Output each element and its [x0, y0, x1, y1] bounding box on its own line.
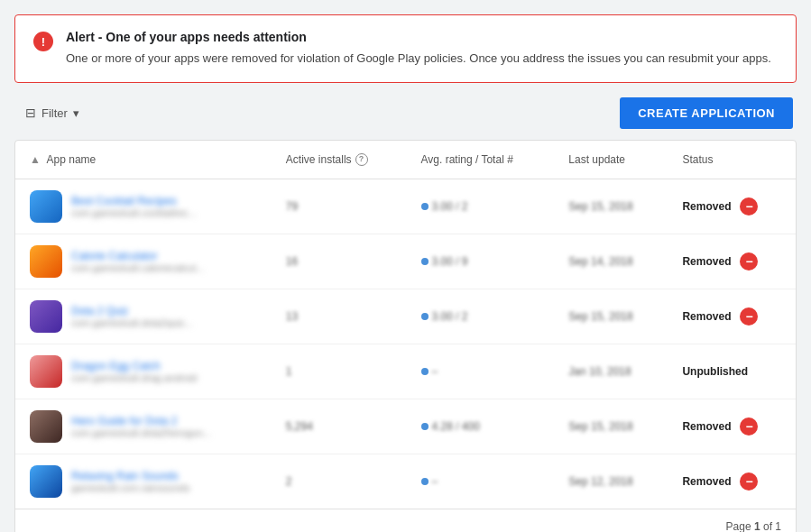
- app-cell-2[interactable]: Dota 2 Quiz com.gamestudi.dota2quiz...: [15, 289, 272, 344]
- status-cell: Removed−: [668, 234, 796, 289]
- alert-content: Alert - One of your apps needs attention…: [66, 30, 771, 68]
- date-cell: Sep 15, 2018: [554, 399, 668, 454]
- installs-value: 16: [286, 255, 298, 268]
- app-icon: [30, 465, 62, 498]
- app-icon: [30, 355, 62, 388]
- table-row: Hero Guide for Dota 2 com.gamestudi.dota…: [15, 399, 796, 454]
- status-label: Removed: [682, 420, 731, 433]
- help-icon[interactable]: ?: [355, 153, 368, 166]
- installs-cell: 16: [272, 234, 407, 289]
- app-pkg: com.gamestudi.caloriecalcul...: [71, 262, 204, 273]
- filter-button[interactable]: ⊟ Filter ▾: [18, 102, 87, 124]
- date-cell: Sep 14, 2018: [554, 234, 668, 289]
- installs-value: 5,294: [286, 420, 313, 433]
- status-label: Removed: [682, 475, 731, 488]
- app-cell-0[interactable]: Best Cocktail Recipes com.gamestudi.cock…: [15, 179, 272, 234]
- date-value: Sep 14, 2018: [568, 255, 632, 268]
- app-icon: [30, 245, 62, 278]
- installs-value: 1: [286, 365, 292, 378]
- alert-banner: ! Alert - One of your apps needs attenti…: [14, 14, 797, 83]
- rating-cell: 3.00 / 2: [407, 179, 555, 234]
- remove-icon[interactable]: −: [740, 417, 758, 436]
- date-value: Sep 12, 2018: [568, 475, 632, 488]
- date-cell: Sep 15, 2018: [554, 179, 668, 234]
- rating-dot: [421, 423, 429, 430]
- col-app-name: ▲ App name: [15, 141, 272, 179]
- date-value: Sep 15, 2018: [568, 200, 632, 213]
- col-active-installs: Active installs ?: [272, 141, 407, 179]
- status-cell: Removed−: [668, 289, 796, 344]
- date-cell: Jan 10, 2018: [554, 344, 668, 399]
- app-name[interactable]: Dota 2 Quiz: [71, 305, 193, 317]
- remove-icon[interactable]: −: [740, 307, 758, 326]
- installs-cell: 5,294: [272, 399, 407, 454]
- app-cell-4[interactable]: Hero Guide for Dota 2 com.gamestudi.dota…: [15, 399, 272, 454]
- table-row: Relaxing Rain Sounds gamestudi.com.rains…: [15, 454, 796, 509]
- app-icon: [30, 410, 62, 443]
- status-label: Removed: [682, 310, 731, 323]
- date-value: Jan 10, 2018: [568, 365, 631, 378]
- table-row: Dragon Egg Catch com.gamestudi.drag.andr…: [15, 344, 796, 399]
- date-value: Sep 15, 2018: [568, 420, 632, 433]
- remove-icon[interactable]: −: [740, 472, 758, 491]
- rating-cell: –: [407, 344, 555, 399]
- pagination: Page 1 of 1: [15, 509, 796, 533]
- apps-table-container: ▲ App name Active installs ? Avg. rating…: [14, 140, 797, 533]
- rating-value: 3.00 / 2: [432, 200, 468, 213]
- app-cell-5[interactable]: Relaxing Rain Sounds gamestudi.com.rains…: [15, 454, 272, 509]
- remove-icon[interactable]: −: [740, 252, 758, 271]
- status-cell: Removed−: [668, 399, 796, 454]
- status-label: Unpublished: [682, 365, 748, 378]
- app-pkg: com.gamestudi.drag.android: [71, 372, 197, 383]
- pagination-text: Page 1 of 1: [726, 520, 781, 533]
- alert-title: Alert - One of your apps needs attention: [66, 30, 771, 44]
- toolbar: ⊟ Filter ▾ CREATE APPLICATION: [14, 97, 797, 129]
- app-pkg: gamestudi.com.rainsounds: [71, 482, 189, 493]
- rating-cell: 3.00 / 9: [407, 234, 555, 289]
- create-application-button[interactable]: CREATE APPLICATION: [620, 97, 793, 129]
- status-cell: Removed−: [668, 454, 796, 509]
- app-name[interactable]: Relaxing Rain Sounds: [71, 470, 189, 482]
- rating-value: –: [432, 365, 438, 378]
- remove-icon[interactable]: −: [740, 197, 758, 216]
- app-pkg: com.gamestudi.cocktailrec...: [71, 207, 197, 218]
- rating-dot: [421, 478, 429, 485]
- app-cell-1[interactable]: Calorie Calculator com.gamestudi.calorie…: [15, 234, 272, 289]
- installs-cell: 79: [272, 179, 407, 234]
- app-name[interactable]: Calorie Calculator: [71, 250, 204, 262]
- app-name[interactable]: Best Cocktail Recipes: [71, 195, 197, 207]
- rating-dot: [421, 368, 429, 375]
- chevron-down-icon: ▾: [73, 106, 79, 120]
- rating-cell: 4.28 / 400: [407, 399, 555, 454]
- sort-icon: ▲: [30, 153, 41, 166]
- installs-value: 13: [286, 310, 298, 323]
- table-header-row: ▲ App name Active installs ? Avg. rating…: [15, 141, 796, 179]
- status-label: Removed: [682, 255, 731, 268]
- app-pkg: com.gamestudi.dota2quiz...: [71, 317, 193, 328]
- alert-icon: !: [33, 32, 53, 51]
- rating-dot: [421, 258, 429, 265]
- date-cell: Sep 15, 2018: [554, 289, 668, 344]
- installs-value: 2: [286, 475, 292, 488]
- installs-cell: 13: [272, 289, 407, 344]
- installs-cell: 2: [272, 454, 407, 509]
- app-name[interactable]: Dragon Egg Catch: [71, 360, 197, 372]
- app-pkg: com.gamestudi.dota2herogun...: [71, 427, 211, 438]
- installs-value: 79: [286, 200, 298, 213]
- rating-cell: 3.00 / 2: [407, 289, 555, 344]
- table-row: Best Cocktail Recipes com.gamestudi.cock…: [15, 179, 796, 234]
- table-row: Dota 2 Quiz com.gamestudi.dota2quiz... 1…: [15, 289, 796, 344]
- app-cell-3[interactable]: Dragon Egg Catch com.gamestudi.drag.andr…: [15, 344, 272, 399]
- date-cell: Sep 12, 2018: [554, 454, 668, 509]
- rating-cell: –: [407, 454, 555, 509]
- rating-value: 3.00 / 9: [432, 255, 468, 268]
- rating-value: –: [432, 475, 438, 488]
- installs-cell: 1: [272, 344, 407, 399]
- status-cell: Removed−: [668, 179, 796, 234]
- status-cell: Unpublished: [668, 344, 796, 399]
- app-name[interactable]: Hero Guide for Dota 2: [71, 415, 211, 427]
- apps-table: ▲ App name Active installs ? Avg. rating…: [15, 141, 796, 509]
- rating-dot: [421, 203, 429, 210]
- col-status: Status: [668, 141, 796, 179]
- col-avg-rating: Avg. rating / Total #: [407, 141, 555, 179]
